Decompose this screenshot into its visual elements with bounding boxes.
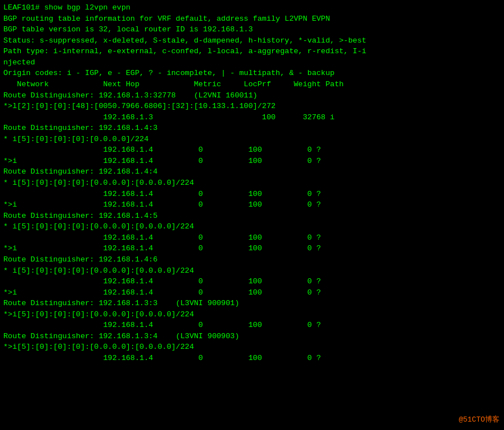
terminal-line: 192.168.1.4 0 100 0 ? — [3, 276, 501, 287]
terminal-line: LEAF101# show bgp l2vpn evpn — [3, 2, 501, 13]
terminal-line: *>i[5]:[0]:[0]:[0]:[0.0.0.0]:[0.0.0.0]/2… — [3, 309, 501, 320]
terminal-line: *>i 192.168.1.4 0 100 0 ? — [3, 199, 501, 211]
terminal-line: * i[5]:[0]:[0]:[0]:[0.0.0.0]:[0.0.0.0]/2… — [3, 265, 501, 277]
terminal-line: 192.168.1.4 0 100 0 ? — [3, 144, 501, 156]
terminal-line: *>l[2]:[0]:[0]:[48]:[0050.7966.6806]:[32… — [3, 101, 501, 112]
terminal-line: 192.168.1.3 100 32768 i — [3, 112, 501, 123]
terminal-line: Route Distinguisher: 192.168.1.4:5 — [3, 211, 501, 222]
terminal-line: Route Distinguisher: 192.168.1.4:3 — [3, 123, 501, 134]
terminal-line: 192.168.1.4 0 100 0 ? — [3, 353, 501, 364]
watermark: @51CTO博客 — [459, 415, 500, 426]
terminal-line: *>i 192.168.1.4 0 100 0 ? — [3, 243, 501, 254]
terminal-line: BGP routing table information for VRF de… — [3, 13, 501, 25]
terminal-line: *>i 192.168.1.4 0 100 0 ? — [3, 287, 501, 298]
terminal-line: njected — [3, 57, 501, 68]
terminal-line: *>i[5]:[0]:[0]:[0]:[0.0.0.0]:[0.0.0.0]/2… — [3, 342, 501, 353]
terminal-line: Status: s-suppressed, x-deleted, S-stale… — [3, 35, 501, 46]
terminal-line: 192.168.1.4 0 100 0 ? — [3, 189, 501, 200]
terminal-line: * i[5]:[0]:[0]:[0]:[0.0.0.0]:[0.0.0.0]/2… — [3, 221, 501, 232]
terminal-line: 192.168.1.4 0 100 0 ? — [3, 232, 501, 244]
terminal-line: BGP table version is 32, local router ID… — [3, 24, 501, 35]
terminal-line: Route Distinguisher: 192.168.1.3:4 (L3VN… — [3, 331, 501, 342]
terminal-line: Route Distinguisher: 192.168.1.3:3 (L3VN… — [3, 298, 501, 309]
terminal-window: LEAF101# show bgp l2vpn evpnBGP routing … — [0, 0, 504, 430]
terminal-line: Route Distinguisher: 192.168.1.3:32778 (… — [3, 90, 501, 101]
terminal-line: * i[5]:[0]:[0]:[0]:[0.0.0.0]:[0.0.0.0]/2… — [3, 177, 501, 189]
terminal-line: 192.168.1.4 0 100 0 ? — [3, 320, 501, 331]
terminal-line: Route Distinguisher: 192.168.1.4:4 — [3, 166, 501, 177]
terminal-line: *>i 192.168.1.4 0 100 0 ? — [3, 156, 501, 167]
terminal-line: Route Distinguisher: 192.168.1.4:6 — [3, 254, 501, 265]
terminal-line: Path type: i-internal, e-external, c-con… — [3, 46, 501, 57]
terminal-line: Origin codes: i - IGP, e - EGP, ? - inco… — [3, 68, 501, 79]
terminal-line: * i[5]:[0]:[0]:[0]:[0.0.0.0]/224 — [3, 134, 501, 145]
terminal-line: Network Next Hop Metric LocPrf Weight Pa… — [3, 79, 501, 90]
